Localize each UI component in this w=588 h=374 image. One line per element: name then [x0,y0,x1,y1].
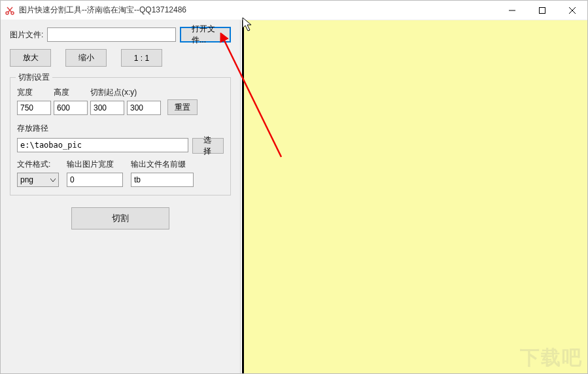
preview-canvas[interactable] [242,20,587,373]
choose-path-button[interactable]: 选择 [192,138,224,154]
width-input[interactable] [17,101,51,115]
format-select[interactable]: png [17,173,59,187]
client-area: 图片文件: 打开文件... 放大 缩小 1 : 1 切割设置 宽度 高度 [1,20,587,373]
origin-x-input[interactable] [90,101,124,115]
minimize-button[interactable] [497,1,527,20]
width-field: 宽度 [17,87,51,115]
output-width-label: 输出图片宽度 [67,159,123,170]
preview-pane [241,20,587,373]
titlebar: 图片快速分割工具--济南临在淘宝--QQ13712486 [1,1,587,20]
height-input[interactable] [54,101,88,115]
file-label: 图片文件: [10,29,43,41]
svg-rect-5 [540,7,545,13]
width-label: 宽度 [17,87,51,98]
cut-button[interactable]: 切割 [71,207,169,230]
open-file-button[interactable]: 打开文件... [180,27,231,42]
output-width-input[interactable] [67,173,123,187]
origin-field: 切割起点(x:y) [90,87,161,115]
origin-label: 切割起点(x:y) [90,87,161,98]
origin-y-input[interactable] [127,101,161,115]
maximize-button[interactable] [527,1,557,20]
watermark: 下载吧 [520,345,583,371]
format-field: 文件格式: png [17,159,59,187]
path-label: 存放路径 [17,124,48,133]
file-row: 图片文件: 打开文件... [10,27,231,42]
close-button[interactable] [557,1,587,20]
height-field: 高度 [54,87,88,115]
reset-button[interactable]: 重置 [167,99,198,115]
zoom-out-button[interactable]: 缩小 [65,49,107,67]
format-value: png [20,175,33,184]
app-window: 图片快速分割工具--济南临在淘宝--QQ13712486 图片文件: 打开文件.… [0,0,588,374]
height-label: 高度 [54,87,88,98]
prefix-input[interactable] [131,173,194,187]
zoom-in-button[interactable]: 放大 [10,49,51,67]
control-panel: 图片文件: 打开文件... 放大 缩小 1 : 1 切割设置 宽度 高度 [1,20,241,373]
cut-settings-title: 切割设置 [16,72,52,83]
chevron-down-icon [50,175,56,184]
save-path-input[interactable] [17,138,188,152]
output-width-field: 输出图片宽度 [67,159,123,187]
path-section: 存放路径 选择 [17,123,224,154]
zoom-actual-button[interactable]: 1 : 1 [121,49,162,67]
format-label: 文件格式: [17,159,59,170]
zoom-row: 放大 缩小 1 : 1 [10,49,231,67]
prefix-label: 输出文件名前缀 [131,159,194,170]
window-controls [497,1,587,20]
scissors-icon [5,5,15,16]
window-title: 图片快速分割工具--济南临在淘宝--QQ13712486 [19,5,497,16]
size-row: 宽度 高度 切割起点(x:y) 重置 [17,87,224,115]
cut-settings-group: 切割设置 宽度 高度 切割起点(x:y) [10,77,231,196]
output-row: 文件格式: png 输出图片宽度 输出文件名前缀 [17,159,224,187]
file-path-input[interactable] [47,27,176,42]
prefix-field: 输出文件名前缀 [131,159,194,187]
